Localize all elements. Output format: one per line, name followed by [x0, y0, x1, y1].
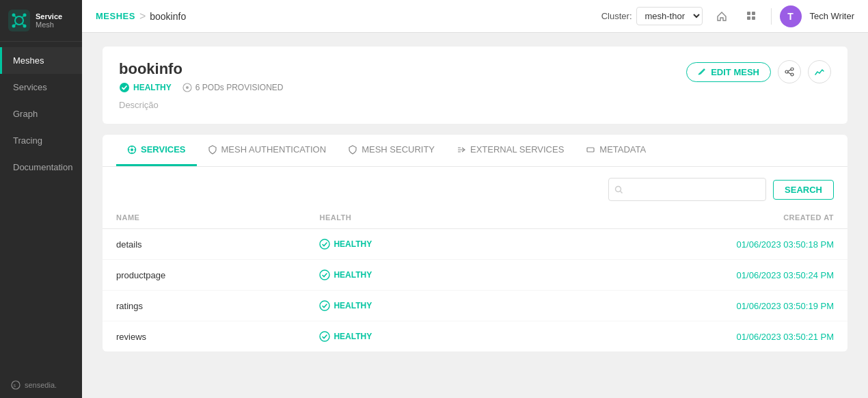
mesh-title: bookinfo	[119, 60, 283, 78]
sidebar-logo-text: Service Mesh	[36, 12, 62, 29]
svg-point-34	[616, 186, 621, 191]
service-created-at-cell: 01/06/2023 03:50:18 PM	[517, 229, 847, 260]
tab-external-services-label: EXTERNAL SERVICES	[470, 144, 564, 155]
col-created-at: CREATED AT	[517, 207, 847, 229]
user-name: Tech Writer	[810, 11, 855, 21]
search-input-wrap	[608, 178, 766, 201]
pods-icon	[182, 83, 192, 92]
healthy-check-icon	[119, 82, 130, 93]
table-toolbar: SEARCH	[103, 167, 847, 207]
svg-point-21	[785, 70, 788, 73]
row-health-icon	[319, 239, 330, 250]
chart-icon	[814, 66, 825, 77]
tab-mesh-security[interactable]: MESH SECURITY	[337, 135, 446, 166]
mesh-header: bookinfo HEALTHY 6 POD	[103, 47, 847, 124]
svg-point-16	[120, 83, 129, 92]
table-row: productpage HEALTHY 01/06/2023 03:50:24 …	[103, 260, 847, 291]
col-name: NAME	[103, 207, 306, 229]
sidebar-item-services[interactable]: Services	[0, 74, 82, 101]
sidebar-item-meshes[interactable]: Meshes	[0, 47, 82, 74]
service-health-cell: HEALTHY	[306, 321, 517, 352]
cluster-label: Cluster:	[601, 11, 632, 21]
grid-icon	[746, 10, 758, 23]
edit-mesh-button[interactable]: EDIT MESH	[686, 62, 771, 82]
service-name-cell[interactable]: productpage	[103, 260, 306, 291]
grid-menu-button[interactable]	[741, 5, 763, 27]
search-icon	[609, 185, 629, 194]
sidebar-nav: Meshes Services Graph Tracing Documentat…	[0, 42, 82, 372]
svg-point-36	[320, 239, 329, 249]
service-name-cell[interactable]: reviews	[103, 321, 306, 352]
service-mesh-logo-icon	[8, 10, 30, 31]
main-panel: SERVICES MESH AUTHENTICATION MESH SECURI…	[103, 135, 847, 351]
tab-services[interactable]: SERVICES	[116, 135, 197, 166]
service-health-cell: HEALTHY	[306, 260, 517, 291]
table-header-row: NAME HEALTH CREATED AT	[103, 207, 847, 229]
service-name-cell[interactable]: details	[103, 229, 306, 260]
svg-text:s: s	[14, 383, 16, 388]
tab-mesh-security-label: MESH SECURITY	[362, 144, 435, 155]
tabs-bar: SERVICES MESH AUTHENTICATION MESH SECURI…	[103, 135, 847, 167]
sidebar-item-graph[interactable]: Graph	[0, 101, 82, 127]
service-name-cell[interactable]: ratings	[103, 291, 306, 321]
svg-rect-13	[752, 12, 755, 15]
mesh-info: bookinfo HEALTHY 6 POD	[119, 60, 283, 110]
table-row: reviews HEALTHY 01/06/2023 03:50:21 PM	[103, 321, 847, 352]
tab-metadata[interactable]: METADATA	[575, 135, 657, 166]
mesh-description: Descrição	[119, 100, 283, 110]
svg-rect-15	[752, 16, 755, 20]
services-table: NAME HEALTH CREATED AT details HEALTHY 0…	[103, 207, 847, 351]
mesh-auth-tab-icon	[208, 145, 217, 155]
sidebar-item-documentation[interactable]: Documentation	[0, 154, 82, 181]
content-area: bookinfo HEALTHY 6 POD	[82, 33, 868, 398]
mesh-security-tab-icon	[348, 145, 357, 155]
tab-mesh-authentication[interactable]: MESH AUTHENTICATION	[197, 135, 338, 166]
svg-point-20	[791, 73, 794, 76]
row-health-icon	[319, 269, 330, 280]
external-services-tab-icon	[457, 145, 466, 155]
breadcrumb-root[interactable]: MESHES	[96, 11, 135, 21]
svg-line-35	[621, 191, 623, 193]
service-health-cell: HEALTHY	[306, 229, 517, 260]
tab-metadata-label: METADATA	[599, 144, 646, 155]
metadata-tab-icon	[586, 145, 595, 155]
sensedia-logo-icon: s	[11, 380, 21, 390]
cluster-selector: Cluster: mesh-thor	[601, 7, 703, 25]
mesh-actions: EDIT MESH	[686, 60, 831, 83]
svg-rect-14	[747, 16, 750, 20]
breadcrumb-current: bookinfo	[150, 11, 186, 22]
share-button[interactable]	[778, 60, 801, 83]
row-health-icon	[319, 331, 330, 342]
service-health-cell: HEALTHY	[306, 291, 517, 321]
svg-rect-0	[8, 10, 30, 31]
service-created-at-cell: 01/06/2023 03:50:24 PM	[517, 260, 847, 291]
share-icon	[784, 66, 795, 77]
services-tab-icon	[127, 145, 137, 155]
service-created-at-cell: 01/06/2023 03:50:21 PM	[517, 321, 847, 352]
sidebar-item-tracing[interactable]: Tracing	[0, 127, 82, 154]
health-status: HEALTHY	[119, 82, 172, 93]
table-row: ratings HEALTHY 01/06/2023 03:50:19 PM	[103, 291, 847, 321]
search-input[interactable]	[629, 185, 765, 195]
home-button[interactable]	[711, 5, 733, 27]
chart-button[interactable]	[808, 60, 831, 83]
cluster-dropdown[interactable]: mesh-thor	[636, 7, 703, 25]
row-health-icon	[319, 300, 330, 311]
svg-point-37	[320, 270, 329, 280]
edit-icon	[698, 68, 707, 77]
col-health: HEALTH	[306, 207, 517, 229]
search-button[interactable]: SEARCH	[773, 180, 834, 200]
topbar: MESHES > bookinfo Cluster: mesh-thor	[82, 0, 868, 33]
mesh-status: HEALTHY 6 PODs PROVISIONED	[119, 82, 283, 93]
tab-external-services[interactable]: EXTERNAL SERVICES	[446, 135, 575, 166]
topbar-right: Cluster: mesh-thor T Tech W	[601, 5, 854, 27]
tab-services-label: SERVICES	[141, 144, 186, 155]
svg-point-39	[320, 332, 329, 341]
service-created-at-cell: 01/06/2023 03:50:19 PM	[517, 291, 847, 321]
svg-line-23	[788, 70, 791, 72]
sidebar-logo: Service Mesh	[0, 0, 82, 42]
sidebar: Service Mesh Meshes Services Graph Traci…	[0, 0, 82, 398]
sidebar-footer: s sensedia.	[0, 372, 82, 398]
svg-point-25	[131, 148, 133, 151]
svg-rect-33	[587, 148, 594, 152]
